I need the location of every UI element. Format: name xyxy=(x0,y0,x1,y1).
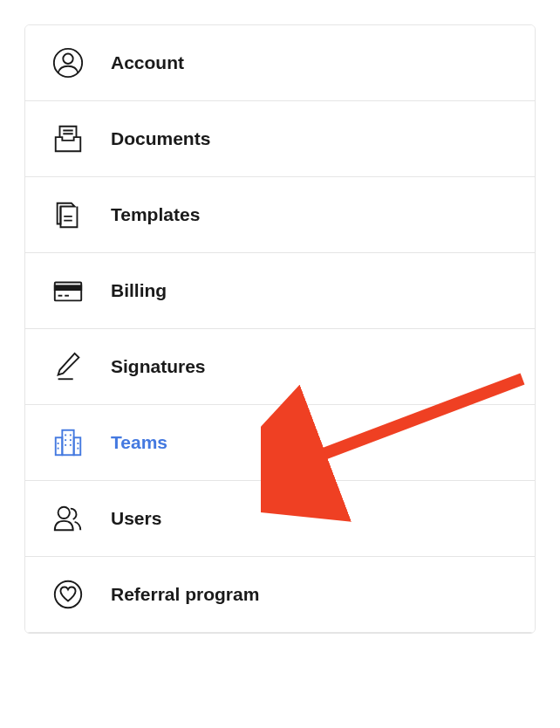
heart-circle-icon xyxy=(50,576,86,613)
menu-item-teams[interactable]: Teams xyxy=(25,405,535,481)
credit-card-icon xyxy=(50,272,86,309)
pencil-signature-icon xyxy=(50,348,86,385)
menu-item-label: Users xyxy=(111,508,161,529)
svg-rect-7 xyxy=(55,285,81,290)
building-icon xyxy=(50,424,86,461)
person-circle-icon xyxy=(50,45,86,81)
documents-tray-icon xyxy=(50,120,86,157)
menu-item-label: Teams xyxy=(111,432,167,453)
svg-rect-13 xyxy=(74,437,81,455)
templates-icon xyxy=(50,196,86,233)
svg-point-25 xyxy=(55,581,81,608)
menu-item-documents[interactable]: Documents xyxy=(25,101,535,177)
settings-menu: Account Documents Templates xyxy=(24,24,536,634)
users-icon xyxy=(50,500,86,537)
menu-item-account[interactable]: Account xyxy=(25,25,535,101)
menu-item-referral[interactable]: Referral program xyxy=(25,557,535,633)
svg-rect-11 xyxy=(62,430,73,456)
menu-item-label: Templates xyxy=(111,204,200,225)
svg-point-24 xyxy=(58,507,70,519)
svg-rect-12 xyxy=(56,437,63,455)
menu-item-signatures[interactable]: Signatures xyxy=(25,329,535,405)
menu-item-label: Referral program xyxy=(111,584,259,605)
menu-item-billing[interactable]: Billing xyxy=(25,253,535,329)
svg-point-1 xyxy=(63,54,72,64)
menu-item-label: Account xyxy=(111,52,184,73)
menu-item-label: Signatures xyxy=(111,356,206,377)
menu-item-templates[interactable]: Templates xyxy=(25,177,535,253)
menu-item-label: Billing xyxy=(111,280,167,301)
menu-item-users[interactable]: Users xyxy=(25,481,535,557)
menu-item-label: Documents xyxy=(111,128,210,149)
